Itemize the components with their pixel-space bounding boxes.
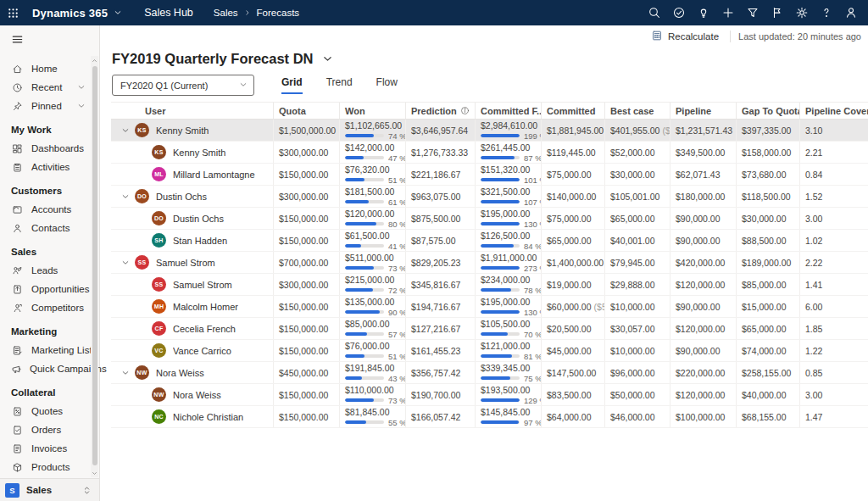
hamburger-icon[interactable] [0, 25, 99, 53]
pipeline-coverage-cell: 0.84 [800, 164, 868, 185]
table-row[interactable]: KSKenny Smith$1,500,000.00$1,102,665.007… [111, 120, 868, 142]
user-name: Nora Weiss [156, 368, 204, 378]
table-row[interactable]: DODustin Ochs$150,000.00$120,000.0080 %$… [111, 208, 868, 230]
pipeline-coverage-cell: 1.52 [800, 186, 868, 207]
scrollbar-thumb[interactable] [92, 66, 97, 465]
table-row[interactable]: NCNichole Christian$150,000.00$81,845.00… [111, 406, 868, 428]
won-cell: $215,000.0072 % [340, 274, 406, 295]
waffle-icon[interactable] [0, 0, 25, 25]
recalculate-button[interactable]: Recalculate [648, 30, 722, 43]
tab-trend[interactable]: Trend [326, 76, 353, 94]
sidebar-section-header: Marketing [0, 317, 99, 341]
forecast-picker-chevron-icon[interactable] [322, 53, 333, 64]
sidebar-item-competitors[interactable]: Competitors [0, 298, 99, 317]
sidebar-item-pinned[interactable]: Pinned [0, 97, 99, 115]
sidebar-item-opportunities[interactable]: Opportunities [0, 280, 99, 298]
sidebar-item-activities[interactable]: Activities [0, 158, 99, 176]
progress-bar [345, 156, 384, 159]
quota-cell: $150,000.00 [274, 296, 340, 317]
table-row[interactable]: DODustin Ochs$300,000.00$181,500.0061 %$… [111, 186, 868, 208]
pipeline-cell: $90,000.00 [670, 296, 737, 317]
sidebar-item-home[interactable]: Home [0, 59, 99, 78]
column-header-best-case[interactable]: Best case [605, 103, 670, 119]
table-row[interactable]: KSKenny Smith$300,000.00$142,000.0047 %$… [111, 142, 868, 164]
tab-grid[interactable]: Grid [281, 76, 303, 94]
quota-cell: $150,000.00 [274, 340, 340, 361]
breadcrumb-sales[interactable]: Sales [214, 8, 238, 18]
table-row[interactable]: SSSamuel Strom$700,000.00$511,000.0073 %… [111, 252, 868, 274]
user-name: Kenny Smith [173, 148, 225, 158]
user-name: Dustin Ochs [173, 214, 224, 224]
sidebar-item-accounts[interactable]: Accounts [0, 200, 99, 219]
avatar: SH [152, 233, 166, 248]
sidebar-item-dashboards[interactable]: Dashboards [0, 139, 99, 158]
area-switcher[interactable]: S Sales [0, 478, 99, 501]
sidebar-item-leads[interactable]: Leads [0, 261, 99, 280]
column-header-gap-to-quota[interactable]: Gap To Quota [737, 103, 800, 119]
column-header-prediction[interactable]: Prediction [406, 103, 476, 119]
chevron-down-icon[interactable] [114, 8, 122, 17]
scroll-up-icon[interactable] [91, 56, 98, 64]
recalculate-label: Recalculate [668, 31, 719, 42]
column-header-quota[interactable]: Quota [274, 103, 340, 119]
sidebar-item-invoices[interactable]: Invoices [0, 439, 99, 458]
user-name: Vance Carrico [173, 346, 231, 356]
filter-icon[interactable] [740, 0, 765, 25]
committed-cell: $45,000.00 [542, 340, 605, 361]
table-row[interactable]: SHStan Hadden$150,000.00$61,500.0041 %$8… [111, 230, 868, 252]
table-row[interactable]: NWNora Weiss$450,000.00$191,845.0043 %$3… [111, 362, 868, 384]
breadcrumb-forecasts[interactable]: Forecasts [257, 8, 300, 18]
row-expand-chevron-icon[interactable] [121, 126, 130, 135]
products-icon [11, 462, 24, 473]
column-header-committed-f[interactable]: Committed F... [476, 103, 542, 119]
area-switch-icon[interactable] [82, 486, 92, 495]
sidebar-item-contacts[interactable]: Contacts [0, 219, 99, 237]
column-header-pipeline-covera[interactable]: Pipeline Covera... [800, 103, 868, 119]
row-expand-chevron-icon[interactable] [121, 259, 130, 267]
check-circle-icon[interactable] [666, 0, 691, 25]
committed-forecast-cell: $321,500.00107 % [476, 186, 542, 207]
progress-bar [345, 200, 384, 203]
table-row[interactable]: MHMalcolm Homer$150,000.00$135,000.0090 … [111, 296, 868, 318]
search-icon[interactable] [642, 0, 666, 25]
row-expand-chevron-icon[interactable] [121, 369, 130, 377]
prediction-cell: $166,057.42 [406, 406, 476, 427]
chevron-down-icon[interactable] [77, 102, 86, 110]
sidebar-item-orders[interactable]: Orders [0, 420, 99, 439]
table-row[interactable]: SSSamuel Strom$300,000.00$215,000.0072 %… [111, 274, 868, 296]
progress-bar [481, 244, 520, 248]
pipeline-cell: $62,071.43 [670, 164, 737, 185]
tab-flow[interactable]: Flow [376, 76, 398, 94]
quota-cell: $150,000.00 [274, 208, 340, 229]
committed-forecast-cell: $261,445.0087 % [476, 142, 542, 163]
column-header-committed[interactable]: Committed [542, 103, 605, 119]
chevron-down-icon[interactable] [77, 83, 86, 92]
help-icon[interactable] [814, 0, 838, 25]
sidebar-item-quick-campaigns[interactable]: Quick Campaigns [0, 359, 99, 378]
flag-icon[interactable] [765, 0, 789, 25]
column-header-won[interactable]: Won [340, 103, 406, 119]
committed-forecast-cell: $151,320.00101 % [476, 164, 542, 185]
period-select[interactable]: FY2020 Q1 (Current) [112, 75, 254, 96]
gear-icon[interactable] [789, 0, 814, 25]
sidebar-item-products[interactable]: Products [0, 458, 99, 476]
row-expand-chevron-icon[interactable] [121, 192, 130, 201]
column-header-pipeline[interactable]: Pipeline [670, 103, 737, 119]
hub-title: Sales Hub [144, 7, 193, 19]
lightbulb-icon[interactable] [691, 0, 715, 25]
person-icon[interactable] [838, 0, 863, 25]
sidebar-scrollbar[interactable] [91, 56, 98, 477]
add-icon[interactable] [715, 0, 740, 25]
sidebar-item-marketing-lists[interactable]: Marketing Lists [0, 341, 99, 359]
table-row[interactable]: NWNora Weiss$150,000.00$110,000.0073 %$1… [111, 384, 868, 406]
column-header-user[interactable]: User [111, 103, 274, 119]
scroll-down-icon[interactable] [91, 469, 98, 477]
progress-bar [345, 376, 384, 380]
avatar: DO [135, 189, 149, 203]
pipeline-cell: $120,000.00 [670, 384, 737, 405]
table-row[interactable]: MLMillard Lamontagne$150,000.00$76,320.0… [111, 164, 868, 186]
sidebar-item-quotes[interactable]: Quotes [0, 402, 99, 420]
table-row[interactable]: CFCecelia French$150,000.00$85,000.0057 … [111, 318, 868, 340]
sidebar-item-recent[interactable]: Recent [0, 78, 99, 97]
table-row[interactable]: VCVance Carrico$150,000.00$76,000.0051 %… [111, 340, 868, 362]
